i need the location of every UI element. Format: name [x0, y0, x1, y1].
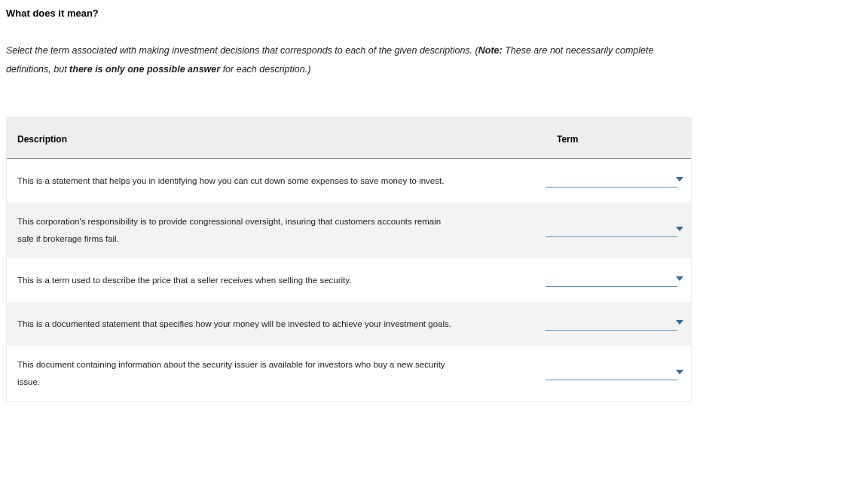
instr-emph: there is only one possible answer: [69, 64, 220, 75]
term-dropdown[interactable]: [546, 367, 677, 380]
terms-table: Description Term This is a statement tha…: [6, 117, 692, 402]
table-row: This is a documented statement that spec…: [7, 302, 691, 346]
chevron-down-icon: [676, 370, 683, 374]
table-row: This document containing information abo…: [7, 346, 691, 401]
table-row: This is a term used to describe the pric…: [7, 258, 691, 302]
chevron-down-icon: [676, 320, 683, 325]
chevron-down-icon: [676, 276, 683, 281]
term-dropdown[interactable]: [546, 174, 677, 188]
table-row: This is a statement that helps you in id…: [7, 159, 691, 203]
row-description: This is a statement that helps you in id…: [7, 162, 474, 200]
row-description: This document containing information abo…: [7, 346, 474, 401]
table-body: This is a statement that helps you in id…: [7, 159, 691, 401]
term-dropdown[interactable]: [546, 224, 677, 237]
chevron-down-icon: [676, 227, 683, 231]
term-dropdown[interactable]: [546, 273, 677, 287]
instr-post: for each description.): [220, 64, 310, 75]
table-header: Description Term: [7, 117, 691, 159]
instr-pre: Select the term associated with making i…: [6, 45, 478, 56]
term-dropdown[interactable]: [546, 317, 677, 331]
row-description: This corporation's responsibility is to …: [7, 203, 474, 258]
page-title: What does it mean?: [6, 8, 862, 19]
instructions-text: Select the term associated with making i…: [6, 41, 699, 79]
instr-note-label: Note:: [478, 45, 503, 56]
chevron-down-icon: [676, 177, 683, 181]
header-description: Description: [7, 117, 474, 158]
table-row: This corporation's responsibility is to …: [7, 203, 691, 258]
row-description: This is a term used to describe the pric…: [7, 261, 474, 300]
header-term: Term: [474, 117, 691, 158]
row-description: This is a documented statement that spec…: [7, 305, 474, 343]
